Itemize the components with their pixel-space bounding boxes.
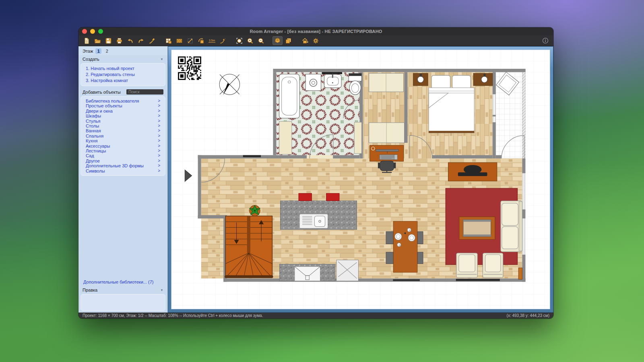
category-symbols[interactable]: Символы>	[81, 169, 165, 173]
clean-brush-button[interactable]	[147, 36, 157, 45]
bathroom-cabinet[interactable]	[279, 121, 292, 154]
toilet[interactable]	[349, 73, 361, 95]
print-button[interactable]	[114, 36, 124, 45]
section-create-header[interactable]: Создать ▼	[78, 55, 167, 63]
balcony-window[interactable]	[522, 72, 525, 158]
category-doors-windows[interactable]: Двери и окна>	[81, 109, 165, 113]
floor-plan[interactable]	[171, 50, 550, 309]
chevron-right-icon: >	[158, 169, 160, 173]
save-button[interactable]	[103, 36, 114, 45]
chevron-right-icon: >	[158, 119, 160, 123]
bathroom-cabinet[interactable]	[354, 122, 361, 154]
zoom-out-button[interactable]	[256, 36, 266, 45]
staircase[interactable]	[225, 216, 273, 278]
titlebar[interactable]: Room Arranger - [без названия] - НЕ ЗАРЕ…	[78, 27, 553, 35]
section-edit-header[interactable]: Правка ▼	[78, 286, 167, 294]
chevron-right-icon: >	[158, 113, 160, 118]
chevron-right-icon: >	[158, 99, 160, 103]
floor-selector: Этаж 1 2	[78, 46, 167, 55]
measure-button[interactable]: 3.5m	[207, 36, 217, 45]
copy-objects-button[interactable]	[283, 36, 293, 45]
rotate-object-button[interactable]	[196, 36, 206, 45]
kitchen-island[interactable]	[281, 201, 357, 230]
category-3d-shapes[interactable]: Дополнительные 3D формы>	[81, 163, 165, 168]
chevron-right-icon: >	[158, 153, 160, 158]
category-garden[interactable]: Сад>	[81, 153, 165, 158]
sofa[interactable]	[501, 201, 522, 252]
floor-label: Этаж	[83, 49, 93, 53]
tv-cabinet[interactable]	[448, 162, 497, 181]
minimize-button[interactable]	[90, 29, 95, 34]
bar-stool[interactable]	[326, 193, 339, 201]
drawing-canvas[interactable]	[171, 49, 550, 309]
walls-button[interactable]	[174, 36, 184, 45]
undo-button[interactable]	[125, 36, 135, 45]
draw-walls-button[interactable]	[218, 36, 228, 45]
room-arranger-window: Room Arranger - [без названия] - НЕ ЗАРЕ…	[78, 27, 553, 319]
redo-button[interactable]	[136, 36, 146, 45]
floor-tab-2[interactable]: 2	[104, 48, 110, 54]
category-stairs[interactable]: Лестницы>	[81, 148, 165, 153]
additional-libraries-link[interactable]: Дополнительные библиотеки... (7)	[78, 279, 167, 286]
create-panel: 1. Начать новый проект 2. Редактировать …	[80, 63, 165, 86]
zoom-button[interactable]	[98, 29, 103, 34]
dining-table[interactable]	[393, 221, 417, 272]
chevron-right-icon: >	[158, 128, 160, 133]
export-3d-button[interactable]	[300, 36, 310, 45]
settings-button[interactable]	[311, 36, 321, 45]
armchair[interactable]	[456, 253, 478, 278]
close-button[interactable]	[82, 29, 87, 34]
collapse-icon: ▼	[160, 288, 163, 292]
dining-chair[interactable]	[417, 232, 423, 244]
search-input[interactable]	[126, 89, 163, 95]
category-bedroom[interactable]: Спальня>	[81, 134, 165, 138]
new-file-button[interactable]	[82, 36, 92, 45]
category-bathroom[interactable]: Ванная>	[81, 128, 165, 133]
category-other[interactable]: Другое>	[81, 158, 165, 163]
status-cursor-coords: (x: 493,38 y: 444,23 см)	[507, 313, 549, 318]
object-categories-panel: Библиотека пользователя> Простые объекты…	[80, 96, 165, 176]
sidebar: Этаж 1 2 Создать ▼ 1. Начать новый проек…	[78, 46, 168, 313]
chevron-right-icon: >	[158, 134, 160, 138]
coffee-table[interactable]	[459, 217, 495, 239]
category-wardrobes[interactable]: Шкафы>	[81, 113, 165, 118]
chevron-right-icon: >	[158, 163, 160, 168]
section-add-objects-header[interactable]: Добавить объекты	[78, 88, 167, 96]
category-user-library[interactable]: Библиотека пользователя>	[81, 99, 165, 103]
chevron-right-icon: >	[158, 148, 160, 153]
washing-machine[interactable]	[305, 74, 321, 90]
zoom-to-selection-button[interactable]	[234, 36, 244, 45]
bar-stool[interactable]	[299, 193, 312, 201]
pillow	[452, 75, 471, 88]
edit-panel	[80, 294, 165, 311]
design-properties-button[interactable]	[163, 36, 173, 45]
status-project-info: Проект: 1168 × 700 см, Этаж: 1/2 -- Масш…	[83, 313, 263, 318]
create-link-edit-walls[interactable]: 2. Редактировать стены	[81, 72, 165, 78]
category-kitchen[interactable]: Кухня>	[81, 138, 165, 143]
plant[interactable]	[250, 205, 260, 216]
select-objects-button[interactable]	[185, 36, 195, 45]
stove-hood[interactable]	[295, 267, 320, 281]
create-link-new-project[interactable]: 1. Начать новый проект	[81, 66, 165, 72]
desk[interactable]	[370, 145, 404, 161]
zoom-in-button[interactable]	[245, 36, 255, 45]
dining-chair[interactable]	[417, 252, 423, 264]
category-accessories[interactable]: Аксессуары>	[81, 144, 165, 148]
category-simple-objects[interactable]: Простые объекты>	[81, 103, 165, 108]
pillow	[431, 75, 450, 88]
small-cabinet[interactable]	[518, 268, 522, 280]
canvas-frame	[168, 46, 553, 313]
statusbar: Проект: 1168 × 700 см, Этаж: 1/2 -- Масш…	[78, 313, 553, 319]
view-3d-button[interactable]	[272, 36, 283, 45]
floor-tab-1[interactable]: 1	[95, 48, 101, 54]
create-link-room-settings[interactable]: 3. Настройка комнат	[81, 78, 165, 84]
info-icon[interactable]	[540, 36, 550, 45]
dining-chair[interactable]	[386, 232, 393, 244]
category-tables[interactable]: Столы>	[81, 123, 165, 128]
dining-chair[interactable]	[386, 252, 393, 264]
armchair[interactable]	[483, 253, 503, 278]
open-folder-button[interactable]	[93, 36, 103, 45]
category-chairs[interactable]: Стулья>	[81, 119, 165, 123]
qr-code[interactable]	[178, 56, 201, 80]
window-title: Room Arranger - [без названия] - НЕ ЗАРЕ…	[78, 29, 553, 34]
